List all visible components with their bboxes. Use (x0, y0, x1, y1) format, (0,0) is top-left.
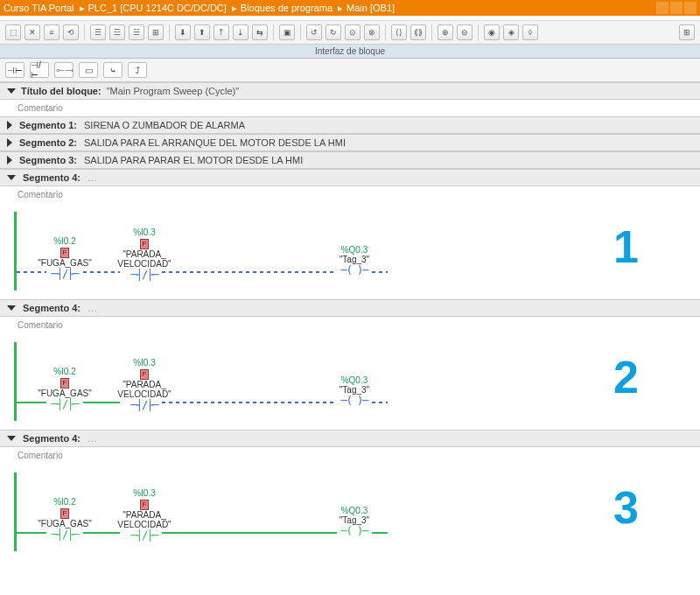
toolbar-btn-9[interactable]: ⬇ (175, 24, 191, 40)
coil-icon[interactable]: ⟜⟞ (54, 62, 74, 78)
segment-description: SIRENA O ZUMBADOR DE ALARMA (84, 120, 245, 130)
force-badge: F (60, 248, 70, 258)
coil-icon: ─( )─ (324, 395, 385, 407)
toolbar-btn-15[interactable]: ↺ (306, 24, 322, 40)
contact-address: %I0.3 (105, 488, 184, 498)
ladder-network[interactable]: %I0.2 F "FUGA_GAS" ─┤/├─ %I0.3 F "PARADA… (0, 464, 700, 560)
segment-header-collapsed[interactable]: Segmento 2: SALIDA PARA EL ARRANQUE DEL … (0, 134, 700, 151)
contact-address: %I0.2 (30, 367, 100, 376)
contact-no-icon[interactable]: ⊣⊢ (5, 62, 24, 78)
coil[interactable]: %Q0.3 "Tag_3" ─( )─ (324, 245, 385, 276)
coil[interactable]: %Q0.3 "Tag_3" ─( )─ (324, 375, 385, 407)
expand-arrow-icon[interactable] (7, 121, 12, 130)
breadcrumb-3[interactable]: Main [OB1] (346, 3, 395, 13)
toolbar-btn-10[interactable]: ⬆ (194, 24, 210, 40)
block-title-value: "Main Program Sweep (Cycle)" (107, 86, 239, 96)
maximize-button[interactable] (670, 2, 682, 14)
toolbar-btn-1[interactable]: ⬚ (5, 24, 21, 40)
breadcrumb-0[interactable]: Curso TIA Portal (4, 3, 74, 13)
contact-address: %I0.2 (30, 497, 100, 507)
toolbar-btn-25[interactable]: ◊ (522, 24, 538, 40)
toolbar-btn-3[interactable]: ≡ (44, 24, 60, 40)
toolbar-btn-12[interactable]: ⤓ (233, 24, 248, 40)
coil-address: %Q0.3 (324, 245, 385, 255)
toolbar-btn-8[interactable]: ⊞ (148, 24, 164, 40)
segment-label: Segmento 3: (19, 155, 77, 165)
toolbar-btn-4[interactable]: ⟲ (63, 24, 79, 40)
segment-description: SALIDA PARA PARAR EL MOTOR DESDE LA HMI (84, 155, 303, 165)
contact-nc[interactable]: %I0.3 F "PARADA_ VELOCIDAD" ─┤/├─ (105, 358, 184, 411)
branch-open-icon[interactable]: ⤷ (103, 62, 122, 78)
segment-description: SALIDA PARA EL ARRANQUE DEL MOTOR DESDE … (84, 137, 346, 148)
contact-nc-icon[interactable]: ⊣/⊢ (30, 62, 49, 78)
interface-label: Interfaz de bloque (315, 46, 385, 56)
breadcrumb-2[interactable]: Bloques de programa (241, 3, 332, 13)
toolbar-btn-right[interactable]: ⊞ (679, 24, 695, 40)
toolbar-btn-24[interactable]: ◈ (503, 24, 519, 40)
interface-bar[interactable]: Interfaz de bloque (0, 45, 700, 59)
breadcrumb-1[interactable]: PLC_1 [CPU 1214C DC/DC/DC] (88, 3, 227, 13)
force-badge: F (140, 500, 150, 510)
toolbar-btn-18[interactable]: ⊗ (364, 24, 380, 40)
segment-header-expanded[interactable]: Segmento 4: … (0, 430, 700, 447)
toolbar-btn-22[interactable]: ⊖ (457, 24, 472, 40)
segment-header-expanded[interactable]: Segmento 4: … (0, 299, 700, 317)
coil-icon: ─( )─ (324, 264, 385, 276)
expand-arrow-icon[interactable] (7, 175, 16, 180)
block-comment[interactable]: Comentario (0, 100, 700, 116)
coil[interactable]: %Q0.3 "Tag_3" ─( )─ (324, 506, 385, 537)
expand-arrow-icon[interactable] (7, 156, 12, 164)
title-bar: Curso TIA Portal▸ PLC_1 [CPU 1214C DC/DC… (0, 0, 700, 16)
toolbar-btn-2[interactable]: ✕ (24, 24, 40, 40)
expand-arrow-icon[interactable] (7, 436, 16, 441)
toolbar-btn-19[interactable]: ⟨⟩ (391, 24, 407, 40)
contact-nc[interactable]: %I0.2 F "FUGA_GAS" ─┤/├─ (30, 367, 100, 410)
main-toolbar: ⬚ ✕ ≡ ⟲ ☰ ☲ ☱ ⊞ ⬇ ⬆ ⤒ ⤓ ⇆ ▣ ↺ ↻ ⊙ ⊗ ⟨⟩ ⟪… (0, 21, 700, 45)
contact-nc[interactable]: %I0.3 F "PARADA_ VELOCIDAD" ─┤/├─ (105, 228, 184, 281)
ladder-network[interactable]: %I0.2 F "FUGA_GAS" ─┤/├─ %I0.3 F "PARADA… (0, 333, 700, 430)
annotation-number: 3 (613, 481, 639, 534)
segment-header-collapsed[interactable]: Segmento 3: SALIDA PARA PARAR EL MOTOR D… (0, 151, 700, 169)
toolbar-btn-17[interactable]: ⊙ (345, 24, 360, 40)
box-icon[interactable]: ▭ (79, 62, 98, 78)
toolbar-btn-16[interactable]: ↻ (326, 24, 341, 40)
expand-arrow-icon[interactable] (7, 138, 12, 147)
contact-nc[interactable]: %I0.2 F "FUGA_GAS" ─┤/├─ (30, 236, 100, 280)
expand-arrow-icon[interactable] (7, 305, 16, 311)
block-title-row[interactable]: Título del bloque: "Main Program Sweep (… (0, 82, 700, 100)
segment-comment[interactable]: Comentario (0, 186, 700, 203)
segment-header-collapsed[interactable]: Segmento 1: SIRENA O ZUMBADOR DE ALARMA (0, 116, 700, 134)
contact-address: %I0.3 (105, 358, 184, 368)
annotation-number: 1 (613, 220, 639, 273)
contact-nc-icon: ─┤/├─ (30, 398, 100, 410)
minimize-button[interactable] (656, 2, 668, 14)
power-rail (14, 212, 17, 290)
contact-nc-icon: ─┤/├─ (105, 399, 184, 411)
toolbar-btn-5[interactable]: ☰ (90, 24, 106, 40)
contact-nc[interactable]: %I0.2 F "FUGA_GAS" ─┤/├─ (30, 497, 100, 541)
expand-arrow-icon[interactable] (7, 88, 16, 94)
toolbar-btn-20[interactable]: ⟪⟫ (410, 24, 426, 40)
toolbar-btn-23[interactable]: ◉ (484, 24, 500, 40)
toolbar-btn-13[interactable]: ⇆ (252, 24, 268, 40)
toolbar-btn-21[interactable]: ⊕ (438, 24, 453, 40)
close-button[interactable] (684, 2, 696, 14)
ladder-network[interactable]: %I0.2 F "FUGA_GAS" ─┤/├─ %I0.3 F "PARADA… (0, 203, 700, 299)
toolbar-btn-7[interactable]: ☱ (129, 24, 144, 40)
segment-label: Segmento 1: (19, 120, 77, 130)
force-badge: F (140, 239, 150, 249)
segment-comment[interactable]: Comentario (0, 317, 700, 333)
force-badge: F (60, 378, 70, 388)
branch-close-icon[interactable]: ⤴ (128, 62, 147, 78)
contact-nc[interactable]: %I0.3 F "PARADA_ VELOCIDAD" ─┤/├─ (105, 488, 184, 542)
contact-toolbar: ⊣⊢ ⊣/⊢ ⟜⟞ ▭ ⤷ ⤴ (0, 59, 700, 82)
toolbar-btn-14[interactable]: ▣ (279, 24, 295, 40)
toolbar-btn-11[interactable]: ⤒ (214, 24, 229, 40)
segment-header-expanded[interactable]: Segmento 4: … (0, 169, 700, 186)
segment-comment[interactable]: Comentario (0, 447, 700, 464)
segment-label: Segmento 2: (19, 137, 77, 148)
toolbar-btn-6[interactable]: ☲ (109, 24, 125, 40)
contact-address: %I0.3 (105, 228, 184, 237)
contact-nc-icon: ─┤/├─ (105, 269, 184, 281)
force-badge: F (60, 508, 70, 519)
